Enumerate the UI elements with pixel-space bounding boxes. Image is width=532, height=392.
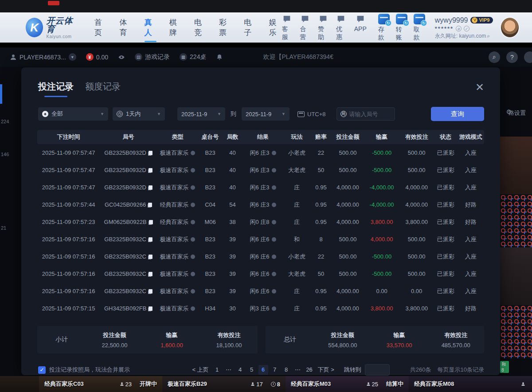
info-icon[interactable] (191, 151, 195, 155)
info-icon[interactable] (191, 185, 195, 190)
info-icon[interactable] (272, 151, 276, 155)
nav-item[interactable]: 体育 (119, 15, 132, 40)
quick-action[interactable]: 赞助 (318, 14, 328, 41)
tab-quota-records[interactable]: 额度记录 (85, 81, 121, 97)
nav-item[interactable]: 彩票 (219, 15, 232, 40)
roadmap-thumb[interactable] (500, 305, 532, 358)
wallet-action[interactable]: 转账 (396, 14, 407, 42)
magnifier-icon[interactable]: ⌕ (487, 33, 490, 39)
dealer-video-thumb[interactable] (500, 137, 532, 194)
info-icon[interactable] (191, 220, 195, 224)
page-number[interactable]: 26 (305, 365, 314, 375)
nav-item[interactable]: 电竞 (194, 15, 207, 40)
table-tile[interactable]: 经典百家乐C03 23 开牌中 (39, 376, 162, 392)
user-info[interactable]: wywy9999 V VIP9 ****** ø ✓ 永久网址: kaiyun.… (435, 17, 493, 39)
chevron-down-icon[interactable]: ▾ (69, 53, 76, 61)
table-tile-partial[interactable] (0, 376, 39, 392)
page-number[interactable]: 8 (282, 365, 291, 375)
table-row[interactable]: 2025-11-09 07:57:16 GB2325B0932C 极速百家乐 B… (37, 231, 484, 248)
table-row[interactable]: 2025-11-09 07:57:16 GB2325B0932C 极速百家乐 B… (37, 282, 484, 300)
date-from-select[interactable]: 2025-11-9 ▼ (177, 107, 225, 121)
time-range-select[interactable]: ◷ 1天内 ▼ (113, 107, 165, 121)
copy-icon[interactable] (149, 185, 153, 190)
copy-icon[interactable] (149, 220, 153, 224)
balance-display[interactable]: ¥ 0.00 (86, 53, 108, 61)
merge-checkbox[interactable]: ✓ (38, 366, 46, 374)
table-row[interactable]: 2025-11-09 07:57:16 GB2325B0932C 极速百家乐 B… (37, 265, 484, 282)
tables-link[interactable]: ▦ 224桌 (180, 53, 206, 61)
info-icon[interactable] (191, 306, 195, 311)
page-number[interactable]: 1 (212, 365, 222, 375)
nav-item[interactable]: 电子 (243, 15, 257, 40)
info-icon[interactable] (272, 237, 276, 242)
info-icon[interactable] (272, 220, 276, 224)
page-number[interactable]: ⋯ (224, 365, 234, 375)
quick-action[interactable]: 客服 (282, 14, 292, 41)
tab-bet-records[interactable]: 投注记录 (38, 81, 74, 97)
copy-icon[interactable] (149, 289, 153, 294)
nav-item[interactable]: 棋牌 (169, 15, 182, 40)
wallet-action[interactable]: 存款 (378, 14, 390, 42)
info-icon[interactable] (191, 289, 195, 294)
jump-page-input[interactable] (365, 364, 390, 376)
timezone-display[interactable]: UTC+8 (297, 111, 326, 118)
player-account[interactable]: PLAYER46873... ▾ (10, 53, 76, 61)
round-input[interactable] (349, 111, 389, 118)
date-to-select[interactable]: 2025-11-9 ▼ (242, 107, 289, 121)
table-row[interactable]: 2025-11-09 07:57:44 GC0425B09266 经典百家乐 C… (37, 196, 484, 213)
info-icon[interactable] (191, 168, 195, 172)
table-row[interactable]: 2025-11-09 07:57:47 GB2325B0932D 极速百家乐 B… (37, 179, 484, 196)
eye-toggle[interactable] (118, 54, 125, 61)
info-icon[interactable] (272, 255, 276, 259)
info-icon[interactable] (272, 289, 276, 294)
nav-item[interactable]: 娱乐 (269, 15, 282, 40)
more-icon[interactable] (524, 51, 532, 63)
table-tile[interactable]: 极速百家乐B29 17 8 (162, 376, 286, 392)
table-row[interactable]: 2025-11-09 07:57:16 GB2325B0932C 极速百家乐 B… (37, 248, 484, 265)
refresh-icon[interactable]: ✓ (464, 26, 469, 31)
quick-action[interactable]: APP (354, 14, 367, 41)
info-icon[interactable] (272, 272, 276, 276)
next-page-button[interactable]: 下页 > (316, 365, 336, 375)
info-icon[interactable] (191, 255, 195, 259)
avatar[interactable] (500, 17, 520, 38)
dealer-video-thumb[interactable] (500, 247, 532, 305)
nav-item[interactable]: 真人 (144, 15, 157, 40)
copy-icon[interactable] (149, 272, 153, 276)
copy-icon[interactable] (148, 203, 152, 207)
site-logo[interactable]: K 开云体育 Kaiyun.com (26, 16, 78, 39)
help-icon[interactable]: ? (506, 51, 518, 63)
info-icon[interactable] (191, 203, 195, 207)
page-number[interactable]: 6 (258, 365, 268, 375)
roadmap-thumb[interactable] (500, 194, 532, 247)
nav-item[interactable]: 首页 (94, 15, 107, 40)
page-number[interactable]: 4 (235, 365, 245, 375)
copy-icon[interactable] (149, 255, 153, 259)
info-icon[interactable] (272, 168, 276, 172)
query-button[interactable]: 查询 (431, 107, 484, 121)
notifications[interactable] (216, 54, 223, 61)
eye-off-icon[interactable]: ø (456, 26, 462, 31)
table-tile[interactable]: 经典百家乐M03 25 结算中 (286, 376, 409, 392)
table-row[interactable]: 2025-11-09 07:57:15 GH3425B092FB 极速百家乐 H… (37, 300, 484, 317)
quick-action[interactable]: 优惠 (336, 14, 346, 41)
search-icon[interactable]: ⌕ (489, 51, 500, 63)
info-icon[interactable] (272, 306, 276, 311)
info-icon[interactable] (272, 203, 276, 207)
close-icon[interactable]: ✕ (475, 82, 484, 97)
copy-icon[interactable] (149, 237, 153, 242)
table-row[interactable]: 2025-11-09 07:57:47 GB2325B0932D 极速百家乐 B… (37, 161, 484, 179)
wallet-action[interactable]: 取款 (414, 14, 425, 42)
table-row[interactable]: 2025-11-09 07:57:47 GB2325B0932D 极速百家乐 B… (37, 144, 484, 161)
copy-icon[interactable] (149, 306, 153, 311)
table-row[interactable]: 2025-11-09 07:57:23 GM0625B0922B 经典百家乐 M… (37, 213, 484, 231)
page-number[interactable]: ⋯ (293, 365, 303, 375)
page-number[interactable]: 5 (247, 365, 257, 375)
copy-icon[interactable] (149, 151, 153, 155)
info-icon[interactable] (191, 237, 195, 242)
game-type-select[interactable]: ♠ 全部 ▼ (38, 107, 108, 121)
table-tile[interactable]: 经典百家乐M08 (409, 376, 532, 392)
quick-action[interactable]: 合营 (300, 14, 310, 41)
info-icon[interactable] (272, 185, 276, 190)
page-number[interactable]: 7 (270, 365, 280, 375)
